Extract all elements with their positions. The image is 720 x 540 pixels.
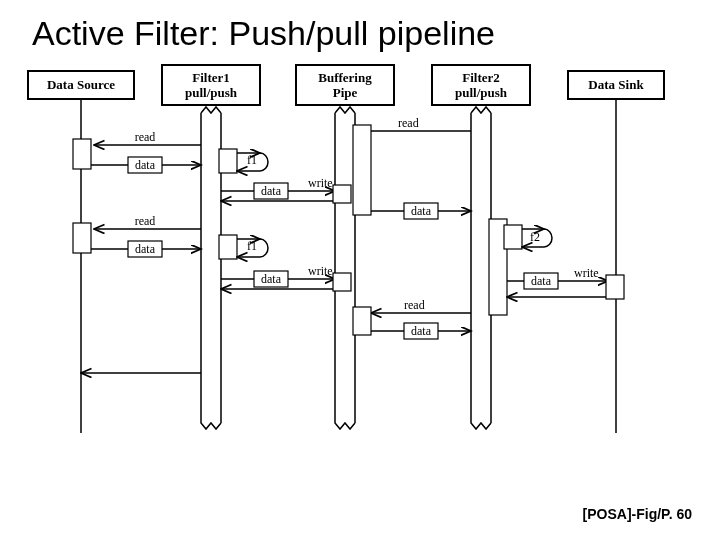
svg-text:data: data <box>135 158 156 172</box>
msg-f1-write-2: data write <box>221 264 351 291</box>
svg-text:write: write <box>574 266 599 280</box>
activation-f1-1: f1 <box>219 149 268 173</box>
activation-f2: f2 <box>489 219 552 315</box>
figure-citation: [POSA]-Fig/P. 60 <box>583 506 692 522</box>
lifeline-filter1: Filter1 pull/push <box>162 65 260 429</box>
svg-text:data: data <box>411 324 432 338</box>
lifeline-buffering-pipe: Buffering Pipe <box>296 65 394 429</box>
svg-text:data: data <box>261 184 282 198</box>
sequence-diagram: Data Source Filter1 pull/push Buffering … <box>0 53 720 473</box>
svg-text:Buffering: Buffering <box>318 70 372 85</box>
msg-f1-data-2: data <box>91 241 201 257</box>
svg-rect-21 <box>219 149 237 173</box>
svg-text:f1: f1 <box>247 239 257 253</box>
svg-rect-33 <box>73 223 91 253</box>
svg-rect-17 <box>73 139 91 169</box>
page-title: Active Filter: Push/pull pipeline <box>0 0 720 53</box>
svg-text:f2: f2 <box>530 230 540 244</box>
svg-text:data: data <box>261 272 282 286</box>
svg-rect-49 <box>353 125 371 215</box>
svg-rect-37 <box>219 235 237 259</box>
svg-text:data: data <box>411 204 432 218</box>
svg-text:Data Source: Data Source <box>47 77 115 92</box>
svg-rect-45 <box>333 273 351 291</box>
msg-f1-data-1: data <box>91 157 201 173</box>
svg-text:pull/push: pull/push <box>185 85 238 100</box>
msg-f1-write-1: data write <box>221 176 351 203</box>
msg-f2-read-1: read data <box>353 116 471 219</box>
lifeline-data-sink: Data Sink <box>568 71 664 433</box>
svg-rect-60 <box>353 307 371 335</box>
activation-f1-2: f1 <box>219 235 268 259</box>
msg-f2-write: data write <box>507 266 624 299</box>
svg-text:data: data <box>531 274 552 288</box>
svg-text:write: write <box>308 176 333 190</box>
svg-rect-54 <box>504 225 522 249</box>
svg-text:data: data <box>135 242 156 256</box>
svg-text:read: read <box>135 130 156 144</box>
svg-text:Filter1: Filter1 <box>192 70 230 85</box>
svg-text:read: read <box>135 214 156 228</box>
svg-text:Data Sink: Data Sink <box>588 77 644 92</box>
msg-f2-read-2: read data <box>353 298 471 339</box>
svg-rect-68 <box>606 275 624 299</box>
svg-text:read: read <box>404 298 425 312</box>
svg-text:Pipe: Pipe <box>333 85 358 100</box>
svg-text:Filter2: Filter2 <box>462 70 500 85</box>
svg-text:f1: f1 <box>247 153 257 167</box>
svg-text:write: write <box>308 264 333 278</box>
svg-rect-29 <box>333 185 351 203</box>
svg-text:pull/push: pull/push <box>455 85 508 100</box>
svg-text:read: read <box>398 116 419 130</box>
